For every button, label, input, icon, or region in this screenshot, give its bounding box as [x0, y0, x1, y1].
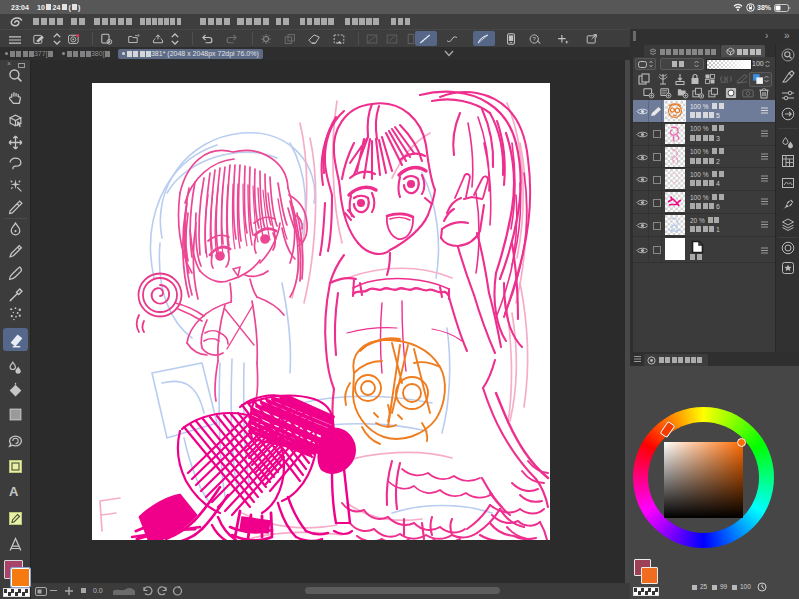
- svg-text:?: ?: [532, 36, 536, 42]
